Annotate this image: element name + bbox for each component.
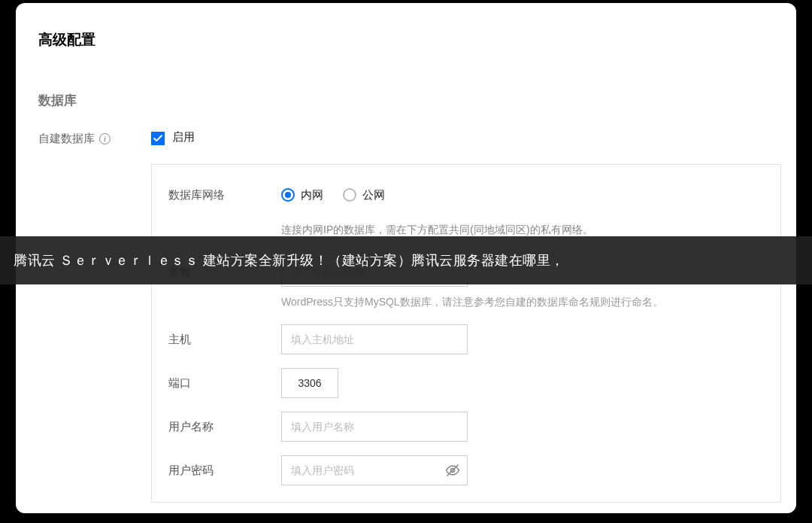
radio-intranet[interactable]: 内网	[281, 188, 323, 202]
banner-text: 腾讯云 Ｓｅｒｖｅｒｌｅｓｓ 建站方案全新升级！（建站方案）腾讯云服务器建在哪里…	[14, 251, 565, 269]
username-label: 用户名称	[168, 420, 281, 434]
selfdb-label: 自建数据库	[38, 132, 95, 146]
username-input[interactable]	[281, 412, 468, 442]
enable-label: 启用	[172, 130, 195, 144]
port-row: 端口	[168, 368, 764, 398]
radio-intranet-label: 内网	[301, 188, 323, 202]
selfdb-label-col: 自建数据库 i	[38, 130, 151, 146]
db-config-box: 数据库网络 内网 公网 连接内网IP的数据库，需在下方配置共同(同地域同区)的私…	[151, 164, 781, 503]
network-hint: 连接内网IP的数据库，需在下方配置共同(同地域同区)的私有网络。	[281, 223, 764, 237]
radio-dot-icon	[343, 188, 356, 202]
host-input[interactable]	[281, 324, 468, 354]
selfdb-row: 自建数据库 i 启用	[38, 130, 774, 146]
username-row: 用户名称	[168, 412, 764, 442]
name-hint: WordPress只支持MySQL数据库，请注意参考您自建的数据库命名规则进行命…	[281, 296, 764, 309]
network-row: 数据库网络 内网 公网	[168, 180, 764, 210]
selfdb-enable[interactable]: 启用	[151, 130, 195, 144]
host-label: 主机	[168, 333, 281, 347]
password-input[interactable]	[281, 455, 468, 485]
eye-off-icon[interactable]	[445, 463, 460, 478]
password-wrap	[281, 455, 468, 485]
radio-dot-icon	[281, 188, 295, 202]
info-icon[interactable]: i	[99, 133, 111, 144]
overlay-banner: 腾讯云 Ｓｅｒｖｅｒｌｅｓｓ 建站方案全新升级！（建站方案）腾讯云服务器建在哪里…	[0, 236, 812, 284]
port-input[interactable]	[281, 368, 338, 398]
network-label: 数据库网络	[168, 188, 281, 202]
checkbox-checked-icon[interactable]	[151, 132, 165, 145]
port-label: 端口	[168, 376, 281, 391]
page-title: 高级配置	[38, 30, 774, 50]
password-row: 用户密码	[168, 455, 764, 485]
section-database: 数据库	[38, 92, 774, 109]
radio-public-label: 公网	[362, 188, 385, 202]
network-radio-group: 内网 公网	[281, 188, 385, 202]
host-row: 主机	[168, 324, 764, 354]
password-label: 用户密码	[168, 464, 281, 478]
radio-public[interactable]: 公网	[343, 188, 385, 202]
